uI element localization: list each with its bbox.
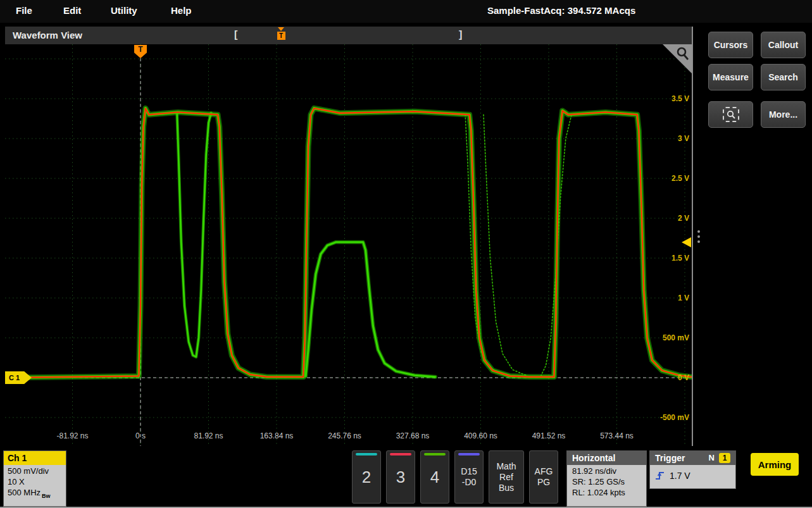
- trigger-letter-icon: T: [277, 32, 285, 40]
- horizontal-scale: 81.92 ns/div: [567, 465, 646, 476]
- afg-pg-button[interactable]: AFG PG: [529, 450, 558, 504]
- oscilloscope-screen: File Edit Utility Help Sample-FastAcq: 3…: [0, 0, 812, 508]
- trigger-level-value: 1.7 V: [670, 471, 690, 481]
- menu-file[interactable]: File: [16, 5, 32, 16]
- x-tick-label: 491.52 ns: [532, 431, 566, 440]
- digital-label-line1: D15: [461, 466, 477, 477]
- header-trigger-marker[interactable]: T: [276, 27, 286, 40]
- bandwidth-sub-label: Bw: [42, 493, 51, 499]
- channel4-label: 4: [430, 468, 439, 487]
- trigger-panel-header: Trigger N 1: [650, 451, 735, 465]
- cursors-button[interactable]: Cursors: [708, 32, 753, 58]
- callout-button[interactable]: Callout: [761, 32, 806, 58]
- waveform-view-header: Waveform View [ T ]: [5, 27, 692, 44]
- waveform-view-title: Waveform View: [13, 30, 82, 40]
- horizontal-settings-panel[interactable]: Horizontal 81.92 ns/div SR: 1.25 GS/s RL…: [566, 450, 647, 507]
- trigger-level-row: 1.7 V: [650, 465, 735, 481]
- trigger-settings-panel[interactable]: Trigger N 1 1.7 V: [649, 450, 736, 489]
- bus-label: Bus: [499, 483, 514, 493]
- menu-edit[interactable]: Edit: [63, 5, 81, 16]
- search-button[interactable]: Search: [761, 64, 806, 90]
- y-tick-label: 1 V: [678, 294, 689, 302]
- math-ref-bus-button[interactable]: Math Ref Bus: [489, 450, 524, 504]
- ref-label: Ref: [499, 472, 513, 483]
- afg-label: AFG: [535, 466, 553, 477]
- channel2-color-strip: [356, 453, 377, 455]
- channel3-color-strip: [390, 453, 411, 455]
- digital-channels-button[interactable]: D15 -D0: [454, 450, 484, 504]
- y-tick-label: 1.5 V: [671, 254, 689, 263]
- panel-splitter-handle[interactable]: [696, 228, 701, 251]
- channel2-label: 2: [362, 468, 371, 487]
- x-tick-label: 409.60 ns: [464, 431, 497, 440]
- trigger-arrow-icon: [278, 27, 284, 31]
- waveform-canvas: -81.92 ns0 s81.92 ns163.84 ns245.76 ns32…: [5, 44, 692, 446]
- arming-status-button[interactable]: Arming: [751, 453, 799, 476]
- acquisition-status: Sample-FastAcq: 394.572 MAcqs: [487, 5, 635, 16]
- y-tick-label: 2 V: [678, 214, 689, 223]
- ch1-ghost-fall-2: [484, 115, 526, 375]
- waveform-plot[interactable]: -81.92 ns0 s81.92 ns163.84 ns245.76 ns32…: [5, 44, 692, 446]
- rising-edge-slope-icon: [655, 471, 665, 481]
- trigger-source-badge: 1: [719, 453, 730, 463]
- channel1-settings-panel[interactable]: Ch 1 500 mV/div 10 X 500 MHzBw: [3, 450, 66, 507]
- zoom-tool-button[interactable]: [708, 101, 753, 128]
- y-tick-label: 0 V: [678, 373, 689, 382]
- trigger-mode-label: N: [709, 453, 715, 462]
- y-tick-label: 3 V: [678, 134, 689, 143]
- measure-button[interactable]: Measure: [708, 64, 753, 90]
- ch1-variant-half-level-pulse: [306, 242, 435, 377]
- menu-help[interactable]: Help: [171, 5, 192, 16]
- digital-color-strip: [458, 453, 480, 455]
- channel1-bandwidth: 500 MHzBw: [4, 486, 66, 499]
- channel3-button[interactable]: 3: [386, 450, 415, 504]
- channel3-label: 3: [396, 468, 405, 487]
- x-tick-label: -81.92 ns: [56, 431, 88, 440]
- x-tick-label: 573.44 ns: [600, 431, 634, 440]
- x-tick-label: 0 s: [135, 431, 146, 440]
- sample-rate: SR: 1.25 GS/s: [567, 476, 646, 486]
- pg-label: PG: [537, 477, 550, 488]
- record-length: RL: 1.024 kpts: [567, 486, 646, 497]
- channel4-color-strip: [424, 453, 446, 455]
- x-tick-label: 163.84 ns: [260, 431, 294, 440]
- menu-bar: File Edit Utility Help Sample-FastAcq: 3…: [0, 0, 812, 23]
- y-tick-label: 500 mV: [663, 333, 689, 342]
- channel2-button[interactable]: 2: [352, 450, 381, 504]
- more-button[interactable]: More...: [761, 101, 806, 128]
- zoom-tool-icon: [723, 107, 739, 122]
- math-label: Math: [496, 461, 516, 472]
- channel4-button[interactable]: 4: [420, 450, 449, 504]
- x-tick-label: 245.76 ns: [328, 431, 361, 440]
- channel1-scale: 500 mV/div: [4, 465, 66, 476]
- y-tick-label: 3.5 V: [671, 94, 689, 103]
- zoom-bracket-left[interactable]: [: [234, 29, 237, 40]
- x-tick-label: 81.92 ns: [194, 431, 223, 440]
- digital-label-line2: -D0: [462, 477, 477, 488]
- y-tick-label: -500 mV: [660, 413, 689, 422]
- trigger-level-arrow[interactable]: [682, 237, 691, 247]
- channel1-badge: Ch 1: [4, 451, 66, 465]
- bandwidth-value: 500 MHz: [8, 488, 41, 497]
- waveform-view-panel: Waveform View [ T ] -81.92 ns0 s81.92 ns…: [5, 27, 693, 446]
- y-tick-label: 2.5 V: [671, 174, 689, 183]
- menu-utility[interactable]: Utility: [111, 5, 137, 16]
- trigger-title: Trigger: [655, 453, 685, 463]
- horizontal-title: Horizontal: [567, 451, 646, 465]
- x-tick-label: 327.68 ns: [396, 431, 430, 440]
- channel1-attenuation: 10 X: [4, 476, 66, 486]
- zoom-bracket-right[interactable]: ]: [459, 29, 462, 40]
